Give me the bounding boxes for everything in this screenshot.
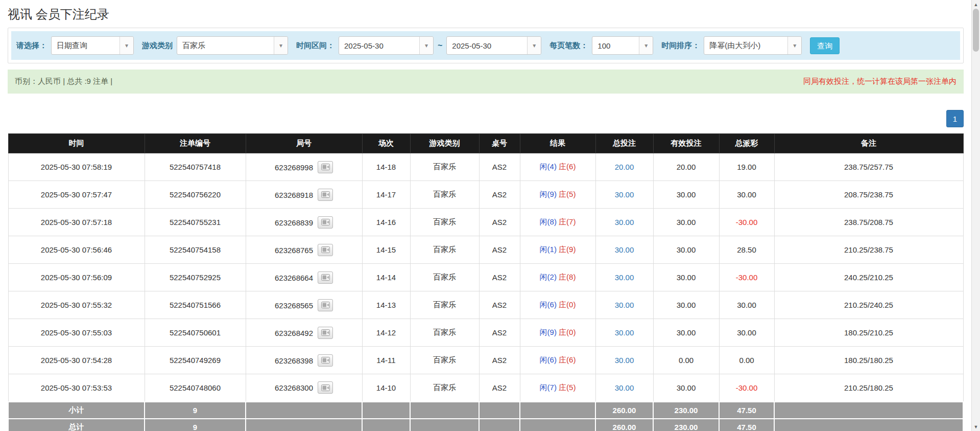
valid-bet-cell: 30.00	[653, 181, 719, 209]
result-cell: 闲(6) 庄(6)	[520, 347, 595, 374]
page-button-1[interactable]: 1	[946, 110, 964, 127]
scroll-down-icon[interactable]: ▼	[972, 422, 980, 431]
total-bet-link[interactable]: 30.00	[615, 383, 634, 392]
chevron-down-icon[interactable]: ▾	[787, 37, 801, 54]
video-replay-icon[interactable]	[318, 354, 333, 367]
total-bet-cell: 30.00	[595, 319, 653, 347]
chevron-down-icon[interactable]: ▾	[527, 37, 541, 54]
total-bet-cell: 20.00	[595, 153, 653, 181]
table-number-cell: AS2	[479, 153, 520, 181]
payout-value: -30.00	[736, 383, 758, 392]
scrollbar-thumb[interactable]	[973, 9, 979, 52]
total-bet-link[interactable]: 30.00	[615, 273, 634, 282]
table-row: 2025-05-30 07:53:53522540748060623268300…	[8, 374, 963, 402]
payout-value: 19.00	[737, 163, 756, 171]
chevron-down-icon[interactable]: ▾	[119, 37, 133, 54]
result-banker: 庄(7)	[559, 217, 576, 226]
round-cell: 623268998	[246, 153, 362, 181]
chevron-down-icon[interactable]: ▾	[274, 37, 288, 54]
total-bet-link[interactable]: 30.00	[615, 245, 634, 254]
range-separator: ~	[438, 41, 442, 50]
chevron-down-icon[interactable]: ▾	[419, 37, 433, 54]
game-type-cell: 百家乐	[410, 264, 479, 291]
table-row: 2025-05-30 07:56:09522540752925623268664…	[8, 264, 963, 291]
total-row-cell-2	[246, 419, 362, 431]
total-bet-link[interactable]: 30.00	[615, 218, 634, 226]
total-bet-link[interactable]: 30.00	[615, 328, 634, 337]
round-number: 623268839	[275, 218, 313, 226]
remark-cell: 208.75/238.75	[774, 181, 963, 209]
valid-bet-note: 同局有效投注，统一计算在该局第一张注单内	[803, 77, 957, 86]
total-bet-link[interactable]: 30.00	[615, 301, 634, 309]
query-type-select[interactable]: 日期查询 ▾	[51, 36, 134, 55]
valid-bet-cell: 0.00	[653, 347, 719, 374]
video-replay-icon[interactable]	[318, 271, 333, 284]
game-type-select[interactable]: 百家乐 ▾	[177, 36, 288, 55]
table-row: 2025-05-30 07:58:19522540757418623268998…	[8, 153, 963, 181]
game-type-cell: 百家乐	[410, 153, 479, 181]
select-label: 请选择：	[16, 41, 47, 51]
result-player: 闲(7)	[540, 383, 557, 392]
date-to-select[interactable]: 2025-05-30 ▾	[446, 36, 541, 55]
payout-value: 30.00	[737, 190, 756, 199]
query-button[interactable]: 查询	[810, 37, 840, 54]
video-replay-icon[interactable]	[318, 299, 333, 311]
result-cell: 闲(4) 庄(6)	[520, 153, 595, 181]
per-page-select[interactable]: 100 ▾	[592, 36, 653, 55]
video-replay-glyph	[321, 246, 330, 253]
result-player: 闲(9)	[540, 328, 557, 336]
bet-id-cell: 522540752925	[145, 264, 246, 291]
payout-value: -30.00	[736, 218, 758, 226]
bet-id-cell: 522540749269	[145, 347, 246, 374]
round-cell: 623268398	[246, 347, 362, 374]
per-page-label: 每页笔数：	[549, 41, 588, 51]
video-replay-icon[interactable]	[318, 381, 333, 394]
chevron-down-icon[interactable]: ▾	[639, 37, 653, 54]
date-to-value: 2025-05-30	[447, 37, 527, 54]
session-cell: 14-11	[362, 347, 410, 374]
video-replay-icon[interactable]	[318, 161, 333, 173]
result-banker: 庄(8)	[559, 273, 576, 281]
bet-time-cell: 2025-05-30 07:55:03	[8, 319, 145, 347]
currency-summary: 币别：人民币 | 总共 :9 注单 |	[15, 77, 112, 86]
total-bet-cell: 30.00	[595, 374, 653, 402]
game-type-cell: 百家乐	[410, 347, 479, 374]
round-cell: 623268300	[246, 374, 362, 402]
game-type-cell: 百家乐	[410, 291, 479, 319]
video-replay-glyph	[321, 219, 330, 225]
payout-cell: -30.00	[719, 264, 774, 291]
game-type-cell: 百家乐	[410, 374, 479, 402]
result-player: 闲(1)	[540, 245, 557, 254]
subtotal-row: 小计9260.00230.0047.50	[8, 402, 963, 419]
date-from-select[interactable]: 2025-05-30 ▾	[339, 36, 434, 55]
total-bet-cell: 30.00	[595, 209, 653, 236]
valid-bet-cell: 30.00	[653, 236, 719, 264]
session-cell: 14-10	[362, 374, 410, 402]
payout-cell: 30.00	[719, 291, 774, 319]
total-bet-link[interactable]: 30.00	[615, 356, 634, 365]
video-replay-icon[interactable]	[318, 244, 333, 256]
total-bet-link[interactable]: 30.00	[615, 190, 634, 199]
vertical-scrollbar[interactable]: ▲ ▼	[971, 0, 980, 431]
round-cell: 623268492	[246, 319, 362, 347]
date-from-value: 2025-05-30	[339, 37, 419, 54]
session-cell: 14-14	[362, 264, 410, 291]
round-number: 623268300	[275, 383, 313, 392]
valid-bet-cell: 30.00	[653, 209, 719, 236]
round-number: 623268765	[275, 245, 313, 254]
table-number-cell: AS2	[479, 291, 520, 319]
video-replay-icon[interactable]	[318, 189, 333, 201]
sort-select[interactable]: 降幂(由大到小) ▾	[704, 36, 802, 55]
total-bet-link[interactable]: 20.00	[615, 163, 634, 171]
video-replay-icon[interactable]	[318, 327, 333, 339]
total-bet-cell: 30.00	[595, 291, 653, 319]
filter-panel: 请选择： 日期查询 ▾ 游戏类别 百家乐 ▾ 时间区间： 2025-05-30 …	[8, 28, 964, 63]
bet-id-cell: 522540751566	[145, 291, 246, 319]
bet-time-cell: 2025-05-30 07:58:19	[8, 153, 145, 181]
video-replay-icon[interactable]	[318, 216, 333, 229]
valid-bet-cell: 30.00	[653, 374, 719, 402]
scroll-up-icon[interactable]: ▲	[972, 0, 980, 9]
result-cell: 闲(9) 庄(5)	[520, 181, 595, 209]
round-cell: 623268918	[246, 181, 362, 209]
table-number-cell: AS2	[479, 236, 520, 264]
